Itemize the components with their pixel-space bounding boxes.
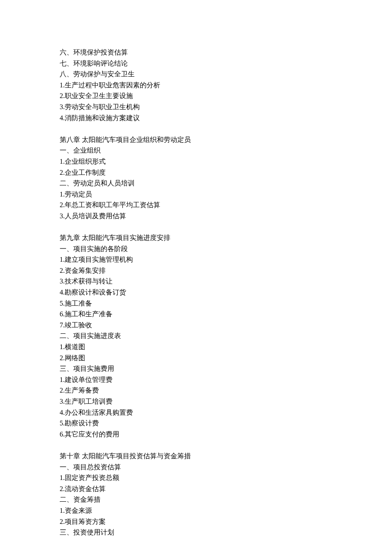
outline-item: 4.消防措施和设施方案建议 bbox=[60, 113, 332, 124]
outline-item: 1.横道图 bbox=[60, 341, 332, 353]
outline-item: 1.资金来源 bbox=[60, 505, 332, 516]
outline-item: 3.人员培训及费用估算 bbox=[60, 211, 332, 222]
outline-item: 三、投资使用计划 bbox=[60, 527, 332, 538]
outline-item: 6.施工和生产准备 bbox=[60, 309, 332, 320]
outline-item: 3.劳动安全与职业卫生机构 bbox=[60, 101, 332, 113]
outline-item: 2.企业工作制度 bbox=[60, 167, 332, 178]
spacer bbox=[60, 439, 332, 451]
outline-item: 1.生产过程中职业危害因素的分析 bbox=[60, 80, 332, 91]
outline-item: 三、项目实施费用 bbox=[60, 363, 332, 374]
outline-item: 4.办公和生活家具购置费 bbox=[60, 407, 332, 418]
outline-item: 5.勘察设计费 bbox=[60, 418, 332, 429]
outline-item: 5.施工准备 bbox=[60, 298, 332, 309]
outline-item: 1.固定资产投资总额 bbox=[60, 472, 332, 483]
outline-item: 2.职业安全卫生主要设施 bbox=[60, 90, 332, 101]
spacer bbox=[60, 123, 332, 134]
outline-item: 1.企业组织形式 bbox=[60, 156, 332, 167]
outline-item: 2.网络图 bbox=[60, 353, 332, 364]
outline-item: 3.技术获得与转让 bbox=[60, 276, 332, 287]
outline-item: 2.流动资金估算 bbox=[60, 483, 332, 494]
spacer bbox=[60, 222, 332, 233]
outline-item: 七、环境影响评论结论 bbox=[60, 58, 332, 69]
outline-item: 1.建立项目实施管理机构 bbox=[60, 254, 332, 265]
outline-item: 2.年总工资和职工年平均工资估算 bbox=[60, 199, 332, 211]
outline-item: 2.资金筹集安排 bbox=[60, 265, 332, 276]
outline-item: 二、劳动定员和人员培训 bbox=[60, 178, 332, 189]
outline-item: 二、项目实施进度表 bbox=[60, 330, 332, 341]
outline-item: 1.劳动定员 bbox=[60, 189, 332, 200]
outline-item: 六、环境保护投资估算 bbox=[60, 47, 332, 58]
chapter-heading: 第十章 太阳能汽车项目投资估算与资金筹措 bbox=[60, 451, 332, 462]
chapter-heading: 第九章 太阳能汽车项目实施进度安排 bbox=[60, 232, 332, 243]
outline-item: 2.生产筹备费 bbox=[60, 385, 332, 396]
outline-item: 7.竣工验收 bbox=[60, 320, 332, 331]
outline-item: 八、劳动保护与安全卫生 bbox=[60, 69, 332, 80]
outline-item: 二、资金筹措 bbox=[60, 494, 332, 505]
outline-item: 1.建设单位管理费 bbox=[60, 374, 332, 385]
outline-item: 6.其它应支付的费用 bbox=[60, 429, 332, 440]
outline-item: 一、项目总投资估算 bbox=[60, 462, 332, 473]
document-content: 六、环境保护投资估算 七、环境影响评论结论 八、劳动保护与安全卫生 1.生产过程… bbox=[60, 47, 332, 538]
outline-item: 4.勘察设计和设备订货 bbox=[60, 287, 332, 298]
outline-item: 3.生产职工培训费 bbox=[60, 396, 332, 407]
outline-item: 一、企业组织 bbox=[60, 145, 332, 156]
outline-item: 一、项目实施的各阶段 bbox=[60, 243, 332, 254]
outline-item: 2.项目筹资方案 bbox=[60, 516, 332, 527]
chapter-heading: 第八章 太阳能汽车项目企业组织和劳动定员 bbox=[60, 134, 332, 145]
